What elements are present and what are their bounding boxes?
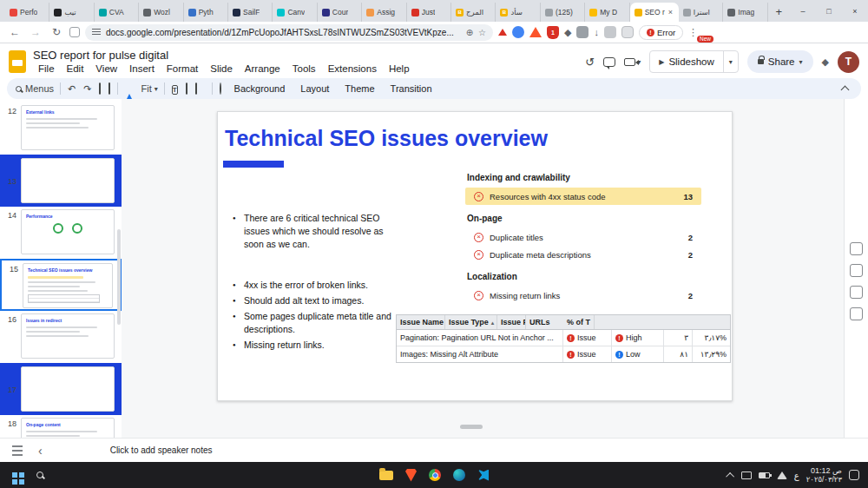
history-icon[interactable]: ↺ xyxy=(585,56,595,69)
notification-center-icon[interactable] xyxy=(849,470,859,480)
insert-shape-button[interactable] xyxy=(194,83,198,94)
toolbar-text-button[interactable]: Layout xyxy=(294,82,335,96)
browser-tab[interactable]: My D xyxy=(585,3,629,22)
menu-item[interactable]: Extensions xyxy=(323,63,382,75)
browser-tab[interactable]: Cour xyxy=(318,3,362,22)
warning-icon[interactable] xyxy=(498,29,507,36)
sidebar-icon[interactable] xyxy=(604,26,616,38)
taskbar-clock[interactable]: 01:12 ص ٢٠٢٥/٠٣/٢٣ xyxy=(806,466,842,484)
browser-tab[interactable]: Canv xyxy=(273,3,317,22)
shield-icon[interactable]: 1 xyxy=(547,26,559,39)
slide-thumbnail[interactable]: Performance xyxy=(21,209,115,254)
close-button[interactable]: × xyxy=(842,0,868,22)
avatar[interactable]: T xyxy=(838,51,859,73)
print-button[interactable] xyxy=(98,83,102,94)
paint-format-button[interactable] xyxy=(108,83,111,94)
meet-icon[interactable]: ▾ xyxy=(624,58,641,66)
share-icon[interactable] xyxy=(512,26,524,38)
redo-button[interactable]: ↷ xyxy=(82,83,92,95)
vscode-icon[interactable] xyxy=(477,470,489,481)
menu-item[interactable]: Format xyxy=(161,63,203,75)
menu-item[interactable]: Insert xyxy=(124,63,160,75)
issue-row[interactable]: Resources with 4xx status code 13 xyxy=(465,188,701,205)
collapse-toolbar-icon[interactable] xyxy=(838,82,852,96)
address-bar[interactable]: docs.google.com/presentation/d/1ZmPcUopo… xyxy=(85,24,493,41)
contacts-icon[interactable] xyxy=(850,307,863,320)
forward-button[interactable]: → xyxy=(28,26,43,38)
tray-wifi-icon[interactable] xyxy=(777,472,787,479)
menus-search-button[interactable]: Menus xyxy=(16,83,54,94)
browser-tab[interactable]: (125) xyxy=(541,3,585,22)
tray-battery-icon[interactable] xyxy=(759,472,770,478)
insert-comment-button[interactable] xyxy=(219,83,222,94)
slides-logo[interactable] xyxy=(9,50,26,73)
menu-item[interactable]: File xyxy=(33,63,60,75)
browser-tab[interactable]: SailF xyxy=(228,3,273,22)
taskbar-search-icon[interactable] xyxy=(36,472,43,478)
filmstrip-scrollbar[interactable] xyxy=(117,229,121,325)
undo-button[interactable]: ↶ xyxy=(67,83,76,95)
brave-icon[interactable] xyxy=(405,469,417,482)
table-row[interactable]: Pagination: Pagination URL Not in Anchor… xyxy=(397,330,730,346)
issue-row[interactable]: Missing return links 2 xyxy=(465,287,701,304)
refresh-button[interactable]: ↻ xyxy=(49,26,64,38)
slide-title[interactable]: Technical SEO issues overview xyxy=(225,126,548,151)
insert-image-button[interactable] xyxy=(185,83,188,94)
browser-tab[interactable]: B سأد xyxy=(496,3,540,22)
doc-title[interactable]: SEO report for pulse digital xyxy=(33,49,415,62)
share-button[interactable]: Share▾ xyxy=(747,50,813,73)
menu-item[interactable]: Arrange xyxy=(240,63,286,75)
error-button[interactable]: Error xyxy=(639,25,683,40)
wallet-icon[interactable] xyxy=(621,26,634,38)
bookmark-star-icon[interactable]: ☆ xyxy=(478,28,486,37)
browser-tab[interactable]: SEO r xyxy=(630,3,679,22)
table-header[interactable]: Issue Type xyxy=(445,315,497,329)
back-button[interactable]: ← xyxy=(7,26,23,38)
slideshow-button[interactable]: ▶Slideshow xyxy=(650,51,723,72)
text-box-button[interactable]: T xyxy=(171,83,179,94)
menu-item[interactable]: Tools xyxy=(287,63,321,75)
speaker-notes-placeholder[interactable]: Click to add speaker notes xyxy=(110,445,213,455)
select-cursor-button[interactable] xyxy=(124,83,135,94)
tray-expand-icon[interactable] xyxy=(726,472,734,480)
tray-display-icon[interactable] xyxy=(741,472,752,479)
keep-icon[interactable] xyxy=(850,264,863,277)
brave-rewards-icon[interactable] xyxy=(529,27,542,37)
bullet-list-2[interactable]: 4xx is the error of broken links.Should … xyxy=(232,279,397,354)
toolbar-text-button[interactable]: Background xyxy=(228,82,292,96)
menu-item[interactable]: View xyxy=(90,63,122,75)
issue-row[interactable]: Duplicate meta descriptions 2 xyxy=(465,246,701,263)
language-indicator[interactable]: ع xyxy=(794,471,799,480)
browser-tab[interactable]: Pyth xyxy=(184,3,228,22)
bookmarks-icon[interactable] xyxy=(69,27,80,37)
table-header[interactable]: Issue Name xyxy=(397,315,445,329)
calendar-icon[interactable] xyxy=(850,242,863,255)
file-explorer-icon[interactable] xyxy=(379,471,393,480)
menu-item[interactable]: Slide xyxy=(205,63,238,75)
zoom-fit-select[interactable]: Fit▾ xyxy=(141,83,157,94)
minimize-button[interactable]: – xyxy=(790,0,816,22)
site-settings-icon[interactable] xyxy=(92,29,101,36)
tasks-icon[interactable] xyxy=(850,286,863,299)
grid-view-icon[interactable] xyxy=(12,445,23,456)
maximize-button[interactable]: □ xyxy=(816,0,842,22)
slide-thumbnail[interactable]: Issues in redirect xyxy=(21,313,115,359)
table-row[interactable]: Images: Missing Alt Attribute Issue Low … xyxy=(397,346,730,362)
slide-thumbnail[interactable]: Technical SEO xyxy=(21,158,115,203)
table-header[interactable]: URLs xyxy=(526,315,563,329)
horizontal-scrollbar[interactable] xyxy=(460,425,483,429)
browser-tab[interactable]: Perfo xyxy=(5,3,49,22)
browser-tab[interactable]: تيب xyxy=(49,3,94,22)
table-header[interactable]: Issue Pri... xyxy=(497,315,526,329)
browser-tab[interactable]: CVA xyxy=(95,3,139,22)
collapse-filmstrip-icon[interactable]: ‹ xyxy=(38,444,43,458)
toolbar-text-button[interactable]: Theme xyxy=(339,82,380,96)
chrome-icon[interactable] xyxy=(429,469,441,481)
menu-item[interactable]: Edit xyxy=(62,63,89,75)
extensions-icon[interactable] xyxy=(576,26,589,38)
zoom-icon[interactable]: ⊕ xyxy=(466,28,473,37)
url-text[interactable]: docs.google.com/presentation/d/1ZmPcUopo… xyxy=(106,28,461,37)
slide-thumbnail[interactable]: Technical SEO issues overview xyxy=(23,263,113,308)
browser-tab[interactable]: استرا xyxy=(679,3,723,22)
slide-thumbnail[interactable]: On-page content xyxy=(21,418,115,438)
